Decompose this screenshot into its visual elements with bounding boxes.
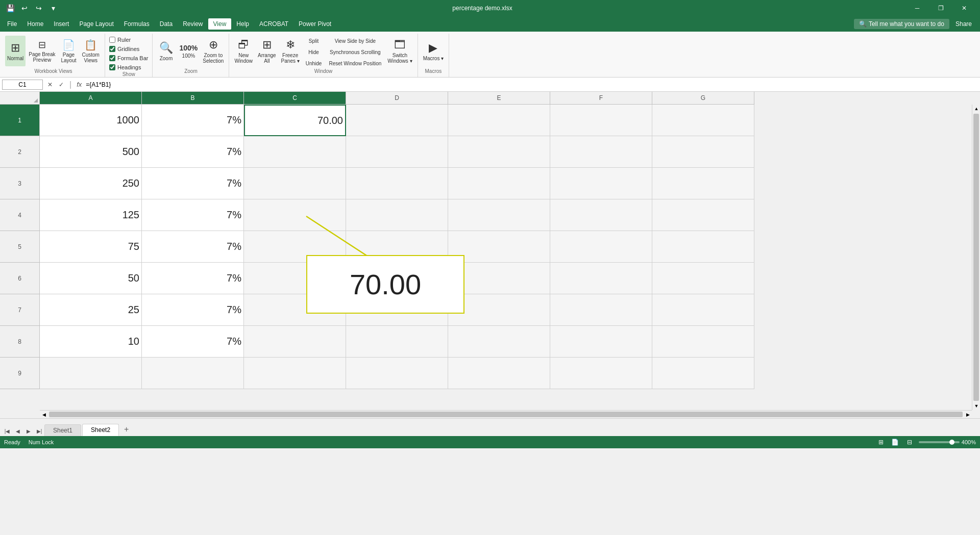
cell-B7[interactable]: 7%	[142, 294, 244, 326]
cell-G4[interactable]	[652, 199, 754, 231]
row-header-1[interactable]: 1	[0, 105, 40, 136]
cell-A5[interactable]: 75	[40, 231, 142, 263]
zoom-to-selection-button[interactable]: ⊕ Zoom toSelection	[201, 36, 226, 66]
cell-B3[interactable]: 7%	[142, 168, 244, 199]
page-break-preview-button[interactable]: ⊟ Page BreakPreview	[27, 36, 57, 66]
cell-B1[interactable]: 7%	[142, 105, 244, 136]
zoom-button[interactable]: 🔍 Zoom	[156, 36, 176, 66]
cancel-formula-button[interactable]: ✕	[45, 80, 55, 90]
col-header-E[interactable]: E	[448, 92, 550, 105]
menu-power-pivot[interactable]: Power Pivot	[293, 18, 336, 30]
cell-A2[interactable]: 500	[40, 136, 142, 168]
cell-D4[interactable]	[346, 199, 448, 231]
share-button[interactable]: Share	[949, 18, 978, 30]
cell-B9[interactable]	[142, 358, 244, 389]
cell-G6[interactable]	[652, 263, 754, 294]
close-button[interactable]: ✕	[952, 0, 976, 16]
row-header-6[interactable]: 6	[0, 263, 40, 294]
cell-C4[interactable]	[244, 199, 346, 231]
formula-bar-checkbox[interactable]: Formula Bar	[108, 54, 150, 62]
col-header-B[interactable]: B	[142, 92, 244, 105]
cell-F7[interactable]	[550, 294, 652, 326]
cell-E4[interactable]	[448, 199, 550, 231]
cell-F2[interactable]	[550, 136, 652, 168]
page-layout-button[interactable]: 📄 PageLayout	[59, 36, 79, 66]
row-header-9[interactable]: 9	[0, 358, 40, 389]
new-window-button[interactable]: 🗗 NewWindow	[232, 36, 255, 66]
cell-G9[interactable]	[652, 358, 754, 389]
scroll-down-button[interactable]: ▼	[972, 402, 980, 410]
page-break-status-button[interactable]: ⊟	[904, 437, 915, 447]
cell-D1[interactable]	[346, 105, 448, 136]
menu-data[interactable]: Data	[155, 18, 178, 30]
cell-B8[interactable]: 7%	[142, 326, 244, 358]
cell-D9[interactable]	[346, 358, 448, 389]
menu-review[interactable]: Review	[178, 18, 208, 30]
cell-C8[interactable]	[244, 326, 346, 358]
menu-acrobat[interactable]: ACROBAT	[254, 18, 293, 30]
view-side-by-side-button[interactable]: View Side by Side	[326, 36, 384, 46]
gridlines-checkbox-input[interactable]	[109, 46, 115, 52]
normal-view-status-button[interactable]: ⊞	[876, 437, 886, 447]
menu-help[interactable]: Help	[231, 18, 254, 30]
synchronous-scrolling-button[interactable]: Synchronous Scrolling	[326, 47, 384, 57]
cell-F6[interactable]	[550, 263, 652, 294]
row-header-4[interactable]: 4	[0, 199, 40, 231]
page-layout-status-button[interactable]: 📄	[890, 437, 900, 447]
row-header-8[interactable]: 8	[0, 326, 40, 358]
headings-checkbox-input[interactable]	[109, 64, 115, 70]
tell-me-input[interactable]: 🔍 Tell me what you want to do	[854, 19, 949, 29]
hide-button[interactable]: Hide	[303, 47, 325, 57]
add-sheet-button[interactable]: +	[120, 423, 133, 436]
select-all-corner[interactable]	[0, 92, 40, 105]
cell-E9[interactable]	[448, 358, 550, 389]
normal-view-button[interactable]: ⊞ Normal	[5, 36, 26, 66]
cell-E2[interactable]	[448, 136, 550, 168]
menu-view[interactable]: View	[208, 18, 232, 30]
col-header-G[interactable]: G	[652, 92, 754, 105]
reset-window-position-button[interactable]: Reset Window Position	[326, 58, 384, 68]
cell-F3[interactable]	[550, 168, 652, 199]
cell-A3[interactable]: 250	[40, 168, 142, 199]
restore-button[interactable]: ❐	[929, 0, 952, 16]
cell-D8[interactable]	[346, 326, 448, 358]
scroll-thumb-vertical[interactable]	[973, 114, 979, 401]
ruler-checkbox[interactable]: Ruler	[108, 36, 132, 44]
cell-C9[interactable]	[244, 358, 346, 389]
row-header-5[interactable]: 5	[0, 231, 40, 263]
sheet-first-button[interactable]: |◀	[2, 426, 12, 436]
name-box[interactable]	[2, 80, 43, 90]
cell-G7[interactable]	[652, 294, 754, 326]
menu-page-layout[interactable]: Page Layout	[74, 18, 118, 30]
cell-D3[interactable]	[346, 168, 448, 199]
save-icon[interactable]: 💾	[4, 2, 16, 14]
col-header-D[interactable]: D	[346, 92, 448, 105]
scroll-right-button[interactable]: ▶	[964, 411, 972, 418]
row-header-2[interactable]: 2	[0, 136, 40, 168]
cell-A7[interactable]: 25	[40, 294, 142, 326]
macros-button[interactable]: ▶ Macros ▾	[421, 36, 446, 66]
scroll-up-button[interactable]: ▲	[972, 105, 980, 113]
cell-G5[interactable]	[652, 231, 754, 263]
cell-B5[interactable]: 7%	[142, 231, 244, 263]
cell-A8[interactable]: 10	[40, 326, 142, 358]
sheet-next-button[interactable]: ▶	[23, 426, 34, 436]
undo-icon[interactable]: ↩	[18, 2, 31, 14]
cell-B6[interactable]: 7%	[142, 263, 244, 294]
minimize-button[interactable]: ─	[905, 0, 929, 16]
cell-G1[interactable]	[652, 105, 754, 136]
cell-G2[interactable]	[652, 136, 754, 168]
zoom-slider-thumb[interactable]	[949, 440, 954, 445]
zoom-100-button[interactable]: 100% 100%	[177, 36, 200, 66]
cell-A6[interactable]: 50	[40, 263, 142, 294]
formula-input[interactable]	[86, 80, 978, 90]
menu-home[interactable]: Home	[22, 18, 48, 30]
cell-F9[interactable]	[550, 358, 652, 389]
cell-F5[interactable]	[550, 231, 652, 263]
cell-G8[interactable]	[652, 326, 754, 358]
cell-F4[interactable]	[550, 199, 652, 231]
confirm-formula-button[interactable]: ✓	[56, 80, 66, 90]
cell-G3[interactable]	[652, 168, 754, 199]
col-header-F[interactable]: F	[550, 92, 652, 105]
split-button[interactable]: Split	[303, 36, 325, 46]
